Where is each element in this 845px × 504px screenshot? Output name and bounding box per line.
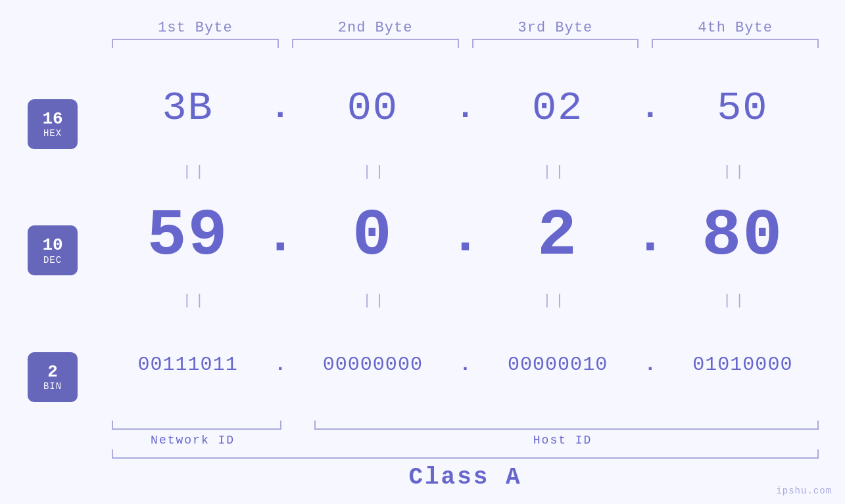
- equals-row-1: || || || ||: [105, 161, 825, 183]
- hex-cell-2: 00: [290, 85, 455, 131]
- bin-dot-2: .: [459, 354, 471, 376]
- bin-dot-1: .: [274, 354, 286, 376]
- bin-sep-1: .: [270, 354, 290, 376]
- bin-value-3: 00000010: [508, 354, 608, 376]
- dec-sep-2: .: [456, 206, 475, 266]
- class-bracket: [112, 449, 819, 459]
- hex-sep-3: .: [640, 89, 660, 127]
- badges-column: 16 HEX 10 DEC 2 BIN: [0, 55, 105, 447]
- byte-header-4: 4th Byte: [645, 20, 825, 36]
- dec-badge-label: DEC: [43, 255, 62, 265]
- equals-1-3: ||: [466, 161, 646, 183]
- dot-spacer-1: [288, 421, 308, 430]
- dec-badge-number: 10: [42, 236, 62, 255]
- hex-cell-1: 3B: [105, 85, 270, 131]
- dec-badge: 10 DEC: [28, 225, 78, 275]
- hex-cell-4: 50: [660, 85, 825, 131]
- hex-sep-1: .: [270, 89, 290, 127]
- bin-cell-4: 01010000: [660, 354, 825, 376]
- main-content: 16 HEX 10 DEC 2 BIN 3B .: [0, 55, 845, 447]
- dec-cell-2: 0: [290, 199, 455, 273]
- byte-header-1: 1st Byte: [105, 20, 285, 36]
- dec-value-1: 59: [147, 199, 229, 273]
- bin-cell-3: 00000010: [475, 354, 640, 376]
- class-label: Class A: [105, 464, 825, 491]
- dec-sep-1: .: [270, 206, 290, 266]
- equals-1-1: ||: [105, 161, 285, 183]
- dec-value-3: 2: [537, 199, 578, 273]
- hex-value-4: 50: [717, 85, 768, 131]
- bin-badge: 2 BIN: [28, 352, 78, 402]
- bin-value-1: 00111011: [138, 354, 238, 376]
- class-section: Class A: [105, 447, 825, 491]
- equals-2-2: ||: [285, 290, 466, 311]
- bin-cell-1: 00111011: [105, 354, 270, 376]
- host-id-label: Host ID: [300, 434, 825, 447]
- hex-dot-2: .: [456, 89, 475, 127]
- network-bracket: [112, 421, 281, 430]
- dec-row: 59 . 0 . 2 . 80: [105, 183, 825, 289]
- values-grid: 3B . 00 . 02 . 50: [105, 55, 825, 447]
- hex-badge: 16 HEX: [28, 99, 78, 149]
- hex-badge-number: 16: [42, 110, 62, 129]
- equals-2-4: ||: [645, 290, 825, 311]
- byte-headers: 1st Byte 2nd Byte 3rd Byte 4th Byte: [105, 20, 825, 36]
- bin-dot-3: .: [644, 354, 656, 376]
- hex-dot-1: .: [270, 89, 290, 127]
- byte-header-3: 3rd Byte: [466, 20, 646, 36]
- page: 1st Byte 2nd Byte 3rd Byte 4th Byte 16 H…: [0, 0, 845, 504]
- hex-badge-label: HEX: [43, 128, 62, 139]
- bin-value-4: 01010000: [692, 354, 792, 376]
- bin-sep-2: .: [456, 354, 475, 376]
- bin-badge-label: BIN: [43, 381, 62, 392]
- equals-1-2: ||: [285, 161, 466, 183]
- network-id-label: Network ID: [105, 434, 280, 447]
- dec-cell-1: 59: [105, 199, 270, 273]
- equals-2-1: ||: [105, 290, 285, 311]
- dot-spacer-label: [280, 434, 300, 447]
- equals-2-3: ||: [466, 290, 646, 311]
- hex-value-3: 02: [532, 85, 583, 131]
- hex-sep-2: .: [456, 89, 475, 127]
- top-bracket-3: [472, 39, 639, 48]
- equals-1-4: ||: [645, 161, 825, 183]
- equals-row-2: || || || ||: [105, 290, 825, 311]
- bin-cell-2: 00000000: [290, 354, 455, 376]
- bin-sep-3: .: [640, 354, 660, 376]
- bin-value-2: 00000000: [323, 354, 423, 376]
- bin-badge-number: 2: [47, 363, 58, 382]
- dec-value-2: 0: [352, 199, 393, 273]
- host-bracket: [314, 421, 819, 430]
- bin-row: 00111011 . 00000000 . 00000010 .: [105, 311, 825, 418]
- hex-cell-3: 02: [475, 85, 640, 131]
- dec-value-4: 80: [702, 199, 783, 273]
- hex-row: 3B . 00 . 02 . 50: [105, 55, 825, 161]
- dec-cell-4: 80: [660, 199, 825, 273]
- top-bracket-4: [652, 39, 819, 48]
- hex-value-2: 00: [347, 85, 398, 131]
- top-brackets: [105, 39, 825, 48]
- network-host-brackets: [105, 421, 825, 430]
- top-bracket-1: [112, 39, 279, 48]
- watermark: ipshu.com: [776, 486, 832, 496]
- hex-dot-3: .: [640, 89, 660, 127]
- hex-value-1: 3B: [162, 85, 213, 131]
- dec-sep-3: .: [640, 206, 660, 266]
- network-host-labels: Network ID Host ID: [105, 434, 825, 447]
- dec-cell-3: 2: [475, 199, 640, 273]
- byte-header-2: 2nd Byte: [285, 20, 466, 36]
- top-bracket-2: [292, 39, 459, 48]
